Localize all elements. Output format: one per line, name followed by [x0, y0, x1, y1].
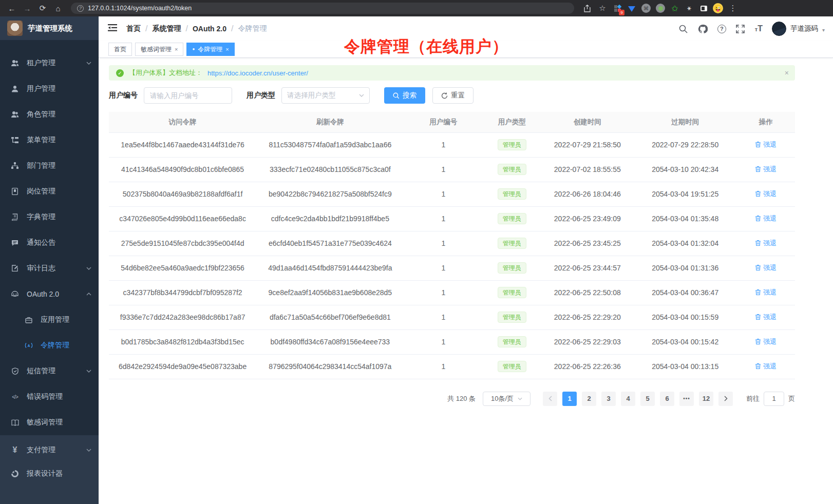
help-icon[interactable]: ? — [717, 25, 726, 33]
close-icon[interactable]: × — [175, 46, 178, 52]
force-logout-button[interactable]: 强退 — [755, 189, 777, 199]
cell-refresh-token: 9ce8ef2aa9f14056b831ae9b608e28d5 — [256, 280, 404, 305]
browser-back-icon[interactable]: ← — [5, 2, 18, 14]
extension-command-icon[interactable]: ⌘ — [640, 2, 652, 14]
sidebar-item-error-code[interactable]: </> 错误码管理 — [0, 384, 99, 410]
breadcrumb-oauth[interactable]: OAuth 2.0 — [193, 25, 226, 33]
sidebar-item-user[interactable]: 用户管理 — [0, 76, 99, 102]
extension-colorful-icon[interactable]: 9 — [611, 2, 623, 14]
sidebar-item-oauth-app[interactable]: 应用管理 — [0, 307, 99, 333]
doc-link[interactable]: https://doc.iocoder.cn/user-center/ — [207, 69, 308, 77]
extensions-puzzle-icon[interactable]: ⚹ — [683, 2, 695, 14]
sidebar-item-post[interactable]: 岗位管理 — [0, 179, 99, 204]
success-check-icon: ✓ — [116, 69, 124, 77]
sidebar-collapse-icon[interactable] — [108, 24, 118, 34]
force-logout-button[interactable]: 强退 — [755, 288, 777, 297]
breadcrumb-system[interactable]: 系统管理 — [152, 24, 181, 33]
page-button-2[interactable]: 2 — [582, 392, 596, 406]
logo-avatar — [7, 21, 23, 36]
cell-user-id: 1 — [404, 206, 483, 231]
cell-access-token: 502375b8040a469a9b82188afdf6af1f — [109, 182, 256, 206]
cell-user-type: 管理员 — [483, 231, 541, 256]
page-button-5[interactable]: 5 — [640, 392, 655, 406]
sidebar-item-sensitive-words[interactable]: 敏感词管理 — [0, 410, 99, 435]
browser-reload-icon[interactable]: ⟳ — [36, 2, 49, 14]
alert-close-icon[interactable]: × — [785, 69, 789, 77]
prev-page-button[interactable] — [543, 392, 557, 406]
search-button[interactable]: 搜索 — [384, 87, 425, 104]
page-size-select[interactable]: 10条/页 — [483, 392, 531, 406]
sidebar-item-report-designer[interactable]: 报表设计器 — [0, 461, 99, 487]
user-type-badge: 管理员 — [498, 164, 526, 175]
close-icon[interactable]: × — [225, 46, 229, 52]
user-type-badge: 管理员 — [498, 139, 526, 150]
user-caret-icon: ▾ — [822, 27, 825, 33]
page-button-3[interactable]: 3 — [601, 392, 616, 406]
extension-gem-icon[interactable] — [626, 2, 638, 14]
user-type-label: 用户类型 — [247, 91, 275, 100]
sidebar-item-tenant[interactable]: 租户管理 — [0, 50, 99, 76]
sidebar-item-menu[interactable]: 菜单管理 — [0, 127, 99, 153]
force-logout-button[interactable]: 强退 — [755, 165, 777, 174]
sidebar-item-payment[interactable]: ¥ 支付管理 — [0, 435, 99, 461]
profile-avatar-icon[interactable]: 😜 — [712, 2, 724, 14]
sidebar-item-audit-log[interactable]: 审计日志 — [0, 256, 99, 281]
chevron-down-icon — [86, 267, 91, 270]
cell-user-type: 管理员 — [483, 329, 541, 354]
cell-expire-time: 2054-03-10 20:42:34 — [634, 157, 736, 182]
force-logout-button[interactable]: 强退 — [755, 263, 777, 273]
sidebar-item-oauth[interactable]: OAuth 2.0 — [0, 281, 99, 307]
cell-user-id: 1 — [404, 182, 483, 206]
cell-refresh-token: cdfc4ce9c2da4bb1bdf21b9918ff4be5 — [256, 206, 404, 231]
bookmark-star-icon[interactable]: ☆ — [596, 2, 609, 14]
cell-refresh-token: e6cfd40eb1f54571a31e775e039c4624 — [256, 231, 404, 256]
cell-actions: 强退 — [736, 280, 795, 305]
force-logout-button[interactable]: 强退 — [755, 362, 777, 371]
font-size-icon[interactable]: тT — [755, 24, 763, 33]
goto-page-input[interactable] — [764, 392, 784, 406]
app-logo[interactable]: 芋道管理系统 — [0, 16, 99, 40]
share-icon[interactable] — [580, 2, 594, 14]
page-button-1[interactable]: 1 — [562, 392, 577, 406]
side-panel-icon[interactable] — [697, 2, 710, 14]
site-info-icon[interactable]: ? — [77, 5, 84, 12]
force-logout-button[interactable]: 强退 — [755, 140, 777, 149]
tab-home[interactable]: 首页 — [108, 43, 132, 56]
address-bar[interactable]: ? 127.0.0.1:1024/system/oauth2/token — [71, 3, 574, 14]
browser-home-icon[interactable]: ⌂ — [51, 2, 65, 14]
browser-forward-icon[interactable]: → — [21, 2, 34, 14]
extension-record-icon[interactable] — [654, 2, 667, 14]
force-logout-button[interactable]: 强退 — [755, 313, 777, 322]
extension-star-icon[interactable]: ✩ — [669, 2, 681, 14]
page-button-4[interactable]: 4 — [621, 392, 635, 406]
col-user-id: 用户编号 — [404, 112, 483, 132]
page-button-6[interactable]: 6 — [660, 392, 674, 406]
sidebar-item-dept[interactable]: 部门管理 — [0, 153, 99, 179]
page-button-12[interactable]: 12 — [699, 392, 713, 406]
force-logout-button[interactable]: 强退 — [755, 337, 777, 346]
more-pages-button[interactable]: ••• — [679, 392, 694, 406]
cell-user-id: 1 — [404, 305, 483, 329]
user-type-select[interactable]: 请选择用户类型 — [281, 87, 370, 104]
breadcrumb-home[interactable]: 首页 — [126, 24, 141, 33]
tab-token[interactable]: ● 令牌管理 × — [186, 43, 234, 56]
browser-menu-icon[interactable]: ⋮ — [726, 2, 740, 14]
sidebar-item-role[interactable]: 角色管理 — [0, 102, 99, 127]
sidebar-item-dict[interactable]: 字典管理 — [0, 204, 99, 230]
search-icon[interactable] — [678, 24, 689, 34]
svg-text:A: A — [28, 344, 30, 347]
user-menu[interactable]: 芋道源码 ▾ — [772, 22, 825, 36]
force-logout-button[interactable]: 强退 — [755, 239, 777, 248]
sidebar-item-sms[interactable]: 短信管理 — [0, 358, 99, 384]
next-page-button[interactable] — [718, 392, 733, 406]
reset-button[interactable]: 重置 — [432, 87, 474, 104]
sidebar-item-oauth-token[interactable]: A 令牌管理 — [0, 333, 99, 358]
cell-user-id: 1 — [404, 157, 483, 182]
tab-sensitive-words[interactable]: 敏感词管理 × — [135, 43, 183, 56]
user-id-input[interactable] — [144, 87, 232, 104]
cell-access-token: 1ea5e44f8bc1467aaede43144f31de76 — [109, 132, 256, 157]
fullscreen-icon[interactable] — [735, 24, 746, 34]
github-icon[interactable] — [698, 24, 708, 34]
force-logout-button[interactable]: 强退 — [755, 214, 777, 223]
sidebar-item-notice[interactable]: 通知公告 — [0, 230, 99, 256]
